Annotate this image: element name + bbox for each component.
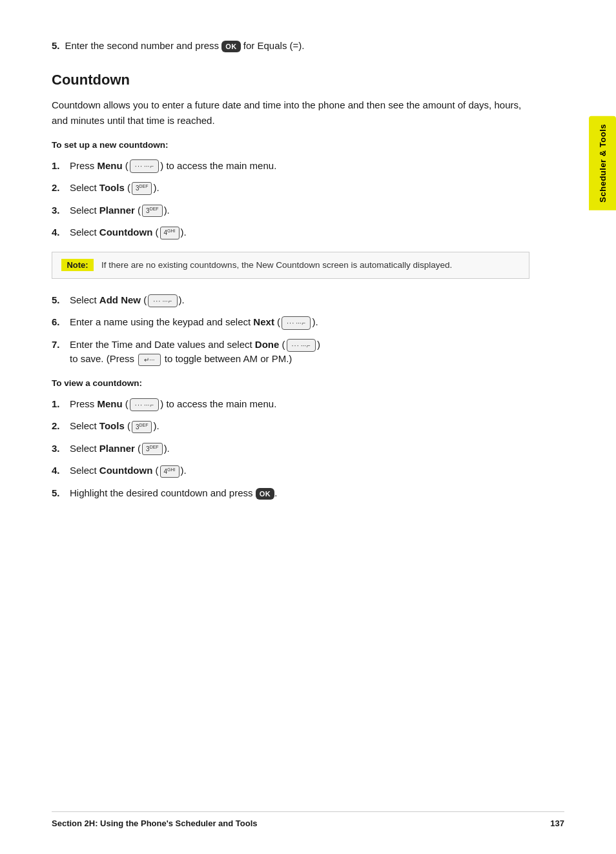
view-step-content-4: Select Countdown (4GHI).: [70, 463, 529, 478]
view-step-1: 1. Press Menu (···⌐) to access the main …: [52, 397, 529, 412]
view-step-2: 2. Select Tools (3DEF).: [52, 419, 529, 434]
step-number: 5.: [52, 40, 60, 51]
planner-key-icon-2: 3DEF: [142, 443, 163, 455]
view-step-num-5: 5.: [52, 486, 70, 501]
setup-step-3: 3. Select Planner (3DEF).: [52, 203, 529, 218]
footer-left: Section 2H: Using the Phone's Scheduler …: [52, 818, 258, 828]
menu-key-icon-3: ···⌐: [282, 316, 311, 330]
top-step-5: 5.Enter the second number and press OK f…: [52, 39, 529, 54]
step-num-1: 1.: [52, 159, 70, 174]
view-step-num-1: 1.: [52, 397, 70, 412]
menu-key-icon-2: ···⌐: [148, 294, 177, 308]
view-step-num-2: 2.: [52, 419, 70, 434]
step-num-6: 6.: [52, 315, 70, 330]
step-content-1: Press Menu (···⌐) to access the main men…: [70, 159, 529, 174]
step-text-after: for Equals (=).: [241, 40, 305, 51]
view-step-num-3: 3.: [52, 442, 70, 456]
note-label: Note:: [61, 259, 94, 271]
toggle-key-icon: ↵···: [138, 354, 160, 366]
view-sub-heading: To view a countdown:: [52, 378, 529, 388]
view-step-5: 5. Highlight the desired countdown and p…: [52, 486, 529, 501]
view-step-content-2: Select Tools (3DEF).: [70, 419, 529, 434]
side-tab: Scheduler & Tools: [589, 116, 616, 210]
intro-paragraph: Countdown allows you to enter a future d…: [52, 97, 529, 128]
section-heading: Countdown: [52, 72, 529, 88]
step-num-3: 3.: [52, 203, 70, 218]
menu-key-icon-5: ···⌐: [130, 398, 159, 412]
setup-step-1: 1. Press Menu (···⌐) to access the main …: [52, 159, 529, 174]
view-step-num-4: 4.: [52, 463, 70, 478]
page-footer: Section 2H: Using the Phone's Scheduler …: [52, 811, 564, 828]
setup-step-7: 7. Enter the Time and Date values and se…: [52, 338, 529, 367]
step-content-6: Enter a name using the keypad and select…: [70, 315, 529, 330]
footer-right: 137: [550, 818, 564, 828]
step-text-before: Enter the second number and press: [65, 40, 222, 51]
step-content-4: Select Countdown (4GHI).: [70, 225, 529, 240]
note-box: Note: If there are no existing countdown…: [52, 252, 529, 279]
step-content-2: Select Tools (3DEF).: [70, 181, 529, 196]
menu-key-icon-4: ···⌐: [287, 339, 316, 352]
step-num-5: 5.: [52, 293, 70, 308]
step-content-3: Select Planner (3DEF).: [70, 203, 529, 218]
setup-step-6: 6. Enter a name using the keypad and sel…: [52, 315, 529, 330]
view-step-content-3: Select Planner (3DEF).: [70, 442, 529, 456]
setup-step-5: 5. Select Add New (···⌐).: [52, 293, 529, 308]
setup-steps-list: 1. Press Menu (···⌐) to access the main …: [52, 159, 529, 240]
setup-step-4: 4. Select Countdown (4GHI).: [52, 225, 529, 240]
countdown-key-icon-1: 4GHI: [160, 227, 180, 239]
setup-sub-heading: To set up a new countdown:: [52, 140, 529, 150]
view-steps-list: 1. Press Menu (···⌐) to access the main …: [52, 397, 529, 501]
view-step-3: 3. Select Planner (3DEF).: [52, 442, 529, 456]
step-content-5: Select Add New (···⌐).: [70, 293, 529, 308]
step-num-4: 4.: [52, 225, 70, 240]
step-num-2: 2.: [52, 181, 70, 196]
tools-key-icon-2: 3DEF: [132, 421, 152, 433]
menu-key-icon-1: ···⌐: [130, 159, 159, 173]
planner-key-icon: 3DEF: [142, 205, 163, 217]
step-num-7: 7.: [52, 338, 70, 352]
view-step-4: 4. Select Countdown (4GHI).: [52, 463, 529, 478]
countdown-key-icon-2: 4GHI: [160, 465, 180, 478]
ok-key-icon-2: OK: [256, 488, 275, 500]
ok-key-icon: OK: [221, 41, 241, 53]
step-content-7: Enter the Time and Date values and selec…: [70, 338, 529, 367]
setup-steps-cont-list: 5. Select Add New (···⌐). 6. Enter a nam…: [52, 293, 529, 367]
setup-step-2: 2. Select Tools (3DEF).: [52, 181, 529, 196]
tools-key-icon: 3DEF: [132, 182, 152, 194]
view-step-content-1: Press Menu (···⌐) to access the main men…: [70, 397, 529, 412]
view-step-content-5: Highlight the desired countdown and pres…: [70, 486, 529, 501]
page-content: 5.Enter the second number and press OK f…: [0, 0, 581, 551]
note-text: If there are no existing countdowns, the…: [101, 259, 452, 272]
